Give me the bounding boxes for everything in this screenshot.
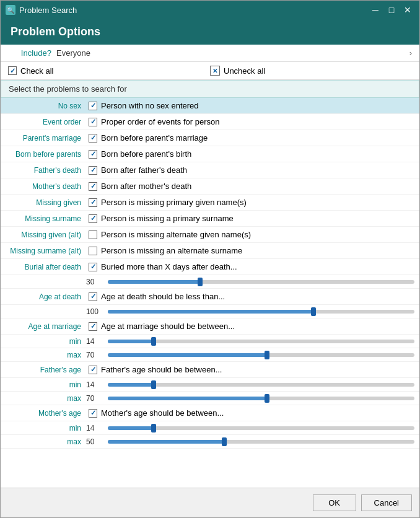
ok-button[interactable]: OK <box>313 494 356 511</box>
text-missing-given-alt: Person is missing alternate given name(s… <box>101 230 251 239</box>
check-all-section: Check all <box>8 66 210 76</box>
text-age-at-death: Age at death should be less than... <box>101 292 225 301</box>
text-missing-given: Person is missing primary given name(s) <box>101 198 247 207</box>
label-mothers-age-max: max <box>1 436 86 447</box>
uncheck-all-label[interactable]: Uncheck all <box>224 66 265 76</box>
checkbox-burial-after-death[interactable] <box>89 263 97 271</box>
window-title: Problem Search <box>19 6 369 15</box>
slider-mothers-age-max-track[interactable] <box>108 440 414 444</box>
slider-mothers-age-min-container: 14 <box>86 423 419 434</box>
slider-fathers-age-max-fill <box>108 397 267 400</box>
cancel-button[interactable]: Cancel <box>361 494 412 511</box>
label-age-at-marriage: Age at marriage <box>1 320 86 333</box>
problem-row-event-order: Event order Proper order of events for p… <box>1 114 419 130</box>
label-age-death-slider <box>1 310 86 313</box>
slider-age-marriage-min-container: 14 <box>86 336 419 347</box>
checkbox-no-sex[interactable] <box>89 102 97 110</box>
checkbox-event-order[interactable] <box>89 118 97 126</box>
slider-row-age-marriage-min: min 14 <box>1 335 419 348</box>
include-value: Everyone <box>56 48 409 58</box>
slider-mothers-age-max-thumb[interactable] <box>222 437 227 446</box>
checkbox-missing-surname-alt[interactable] <box>89 247 97 255</box>
slider-row-age-marriage-max: max 70 <box>1 348 419 362</box>
label-missing-given: Missing given <box>1 196 86 209</box>
problem-row-missing-surname-alt: Missing surname (alt) Person is missing … <box>1 243 419 259</box>
slider-age-marriage-min-fill <box>108 340 154 343</box>
checkbox-mothers-death[interactable] <box>89 182 97 191</box>
slider-age-death-track[interactable] <box>108 310 414 314</box>
content-missing-given-alt: Person is missing alternate given name(s… <box>86 229 419 240</box>
problem-row-burial-after-death: Burial after death Buried more than X da… <box>1 259 419 275</box>
label-mothers-age: Mother's age <box>1 406 86 420</box>
content-no-sex: Person with no sex entered <box>86 100 419 112</box>
slider-age-marriage-max-track[interactable] <box>108 353 414 357</box>
checkbox-age-at-death[interactable] <box>89 292 97 301</box>
maximize-button[interactable]: □ <box>385 3 398 17</box>
slider-row-age-death: 100 <box>1 305 419 318</box>
uncheck-all-section: ✕ Uncheck all <box>210 66 412 76</box>
slider-mothers-age-min-thumb[interactable] <box>151 424 156 432</box>
slider-age-marriage-max-thumb[interactable] <box>265 351 269 359</box>
slider-row-fathers-age-min: min 14 <box>1 378 419 392</box>
checkbox-mothers-age[interactable] <box>89 409 97 418</box>
checkbox-missing-given[interactable] <box>89 198 97 207</box>
checkbox-parents-marriage[interactable] <box>89 134 97 143</box>
minimize-button[interactable]: ─ <box>369 3 382 17</box>
label-age-marriage-max: max <box>1 349 86 361</box>
check-all-label[interactable]: Check all <box>20 66 53 76</box>
content-event-order: Proper order of events for person <box>86 116 419 128</box>
content-missing-surname: Person is missing a primary surname <box>86 213 419 224</box>
slider-fathers-age-min-track[interactable] <box>108 383 414 387</box>
checkbox-missing-surname[interactable] <box>89 214 97 223</box>
slider-row-fathers-age-max: max 70 <box>1 392 419 405</box>
content-burial-after-death: Buried more than X days after death... <box>86 261 419 273</box>
footer: OK Cancel <box>1 488 419 517</box>
slider-burial-thumb[interactable] <box>198 278 203 286</box>
problems-list[interactable]: No sex Person with no sex entered Event … <box>1 98 419 488</box>
content-missing-given: Person is missing primary given name(s) <box>86 196 419 208</box>
slider-age-death-thumb[interactable] <box>311 307 316 316</box>
checkbox-age-at-marriage[interactable] <box>89 322 97 331</box>
text-event-order: Proper order of events for person <box>101 117 220 126</box>
slider-fathers-age-min-value: 14 <box>86 380 108 389</box>
include-arrow-icon[interactable]: › <box>409 48 412 58</box>
slider-age-marriage-min-thumb[interactable] <box>151 337 156 346</box>
label-mothers-death: Mother's death <box>1 180 86 193</box>
slider-age-marriage-min-track[interactable] <box>108 340 414 343</box>
slider-fathers-age-max-value: 70 <box>86 394 108 403</box>
slider-age-marriage-min-value: 14 <box>86 337 108 346</box>
label-fathers-age-min: min <box>1 379 86 390</box>
slider-fathers-age-max-track[interactable] <box>108 397 414 400</box>
content-age-at-death: Age at death should be less than... <box>86 291 419 302</box>
label-born-before-parents: Born before parents <box>1 147 86 161</box>
content-parents-marriage: Born before parent's marriage <box>86 132 419 144</box>
slider-mothers-age-min-value: 14 <box>86 424 108 432</box>
content-missing-surname-alt: Person is missing an alternate surname <box>86 245 419 257</box>
uncheck-all-icon[interactable]: ✕ <box>210 66 220 76</box>
label-event-order: Event order <box>1 115 86 129</box>
checkbox-fathers-death[interactable] <box>89 166 97 175</box>
check-uncheck-row: Check all ✕ Uncheck all <box>1 62 419 80</box>
slider-row-burial: 30 <box>1 275 419 289</box>
page-header: Problem Options <box>1 19 419 45</box>
label-fathers-age: Father's age <box>1 363 86 377</box>
slider-mothers-age-min-track[interactable] <box>108 426 414 430</box>
checkbox-fathers-age[interactable] <box>89 366 97 374</box>
slider-fathers-age-max-thumb[interactable] <box>265 394 269 403</box>
checkbox-born-before-parents[interactable] <box>89 150 97 159</box>
slider-age-death-fill <box>108 310 313 314</box>
select-header-text: Select the problems to search for <box>9 84 127 94</box>
label-fathers-death: Father's death <box>1 164 86 177</box>
slider-age-marriage-max-container: 70 <box>86 349 419 361</box>
text-fathers-death: Born after father's death <box>101 165 187 175</box>
label-fathers-age-max: max <box>1 393 86 404</box>
label-parents-marriage: Parent's marriage <box>1 131 86 145</box>
text-fathers-age: Father's age should be between... <box>101 365 222 374</box>
check-all-checkbox[interactable] <box>8 66 17 75</box>
checkbox-missing-given-alt[interactable] <box>89 230 97 239</box>
label-age-at-death: Age at death <box>1 290 86 304</box>
close-button[interactable]: ✕ <box>401 3 414 17</box>
slider-burial-track[interactable] <box>108 280 414 284</box>
slider-fathers-age-min-thumb[interactable] <box>151 380 156 389</box>
slider-age-marriage-max-value: 70 <box>86 351 108 359</box>
